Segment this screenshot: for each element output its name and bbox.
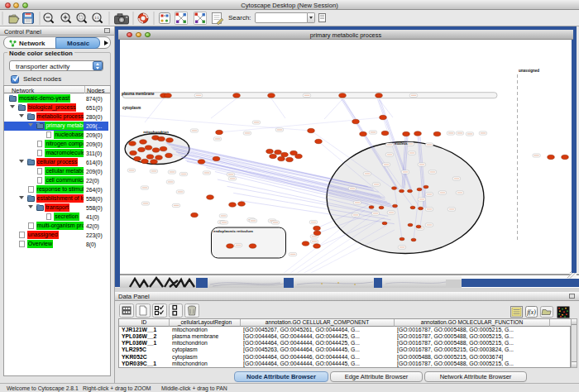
svg-text:plasma membrane: plasma membrane: [122, 92, 155, 96]
svg-text:endoplasmic reticulum: endoplasmic reticulum: [213, 229, 253, 233]
svg-text:unassigned: unassigned: [519, 69, 539, 73]
svg-text:f(x): f(x): [527, 308, 536, 316]
svg-text:1:1: 1:1: [94, 16, 99, 20]
svg-text:nucleus: nucleus: [395, 141, 408, 146]
svg-text:cytoplasm: cytoplasm: [122, 106, 141, 110]
svg-text:mitochondrion: mitochondrion: [143, 130, 169, 134]
